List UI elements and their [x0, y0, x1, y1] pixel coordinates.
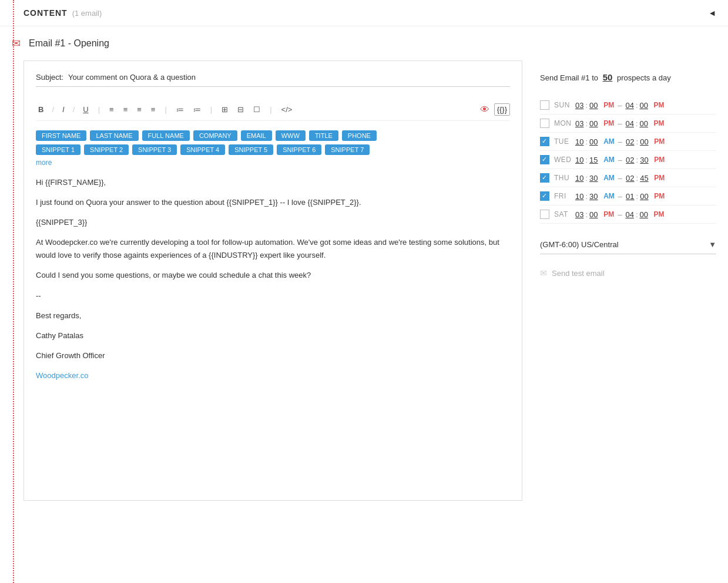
tag-last-name[interactable]: LAST NAME: [90, 130, 138, 141]
start-hour[interactable]: 03: [575, 101, 583, 110]
end-ampm[interactable]: PM: [654, 192, 665, 200]
collapse-button[interactable]: ◄: [708, 8, 716, 18]
start-hour[interactable]: 10: [575, 137, 583, 146]
code-button[interactable]: </>: [279, 104, 295, 115]
start-hour[interactable]: 10: [575, 174, 583, 183]
end-min[interactable]: 00: [640, 101, 648, 110]
day-label-sun: SUN: [554, 101, 575, 109]
end-min[interactable]: 30: [640, 156, 648, 164]
start-ampm[interactable]: AM: [603, 174, 615, 182]
align-right-button[interactable]: ≡: [135, 104, 144, 115]
start-ampm[interactable]: PM: [603, 101, 614, 109]
tag-email[interactable]: EMAIL: [241, 130, 272, 141]
subject-label: Subject:: [36, 73, 63, 82]
image-button[interactable]: ☐: [251, 104, 263, 115]
checkbox-sat[interactable]: [540, 210, 549, 219]
start-hour[interactable]: 03: [575, 119, 583, 128]
table-button[interactable]: ⊞: [219, 104, 230, 115]
end-hour[interactable]: 04: [625, 210, 633, 219]
align-center-button[interactable]: ≡: [121, 104, 130, 115]
tag-first-name[interactable]: FIRST NAME: [36, 130, 86, 141]
italic-button[interactable]: I: [60, 104, 67, 115]
start-ampm[interactable]: PM: [603, 210, 614, 218]
end-ampm[interactable]: PM: [654, 119, 665, 127]
body-line3: At Woodepcker.co we're currently develop…: [36, 236, 510, 262]
preview-icon[interactable]: 👁: [480, 105, 489, 115]
checkbox-fri[interactable]: [540, 191, 549, 201]
bold-button[interactable]: B: [36, 104, 46, 115]
align-justify-button[interactable]: ≡: [149, 104, 158, 115]
tag-full-name[interactable]: FULL NAME: [142, 130, 190, 141]
tag-www[interactable]: WWW: [276, 130, 306, 141]
column-button[interactable]: ⊟: [235, 104, 246, 115]
tag-title[interactable]: TITLE: [309, 130, 338, 141]
checkbox-mon[interactable]: [540, 119, 549, 128]
tag-snippet-7[interactable]: SNIPPET 7: [325, 144, 370, 155]
checkbox-thu[interactable]: [540, 173, 549, 183]
start-min[interactable]: 30: [589, 174, 598, 183]
tag-company[interactable]: COMPANY: [193, 130, 237, 141]
schedule-row-thu: THU 10 : 30 AM – 02 : 45 PM: [540, 169, 716, 187]
time-group-mon: 03 : 00 PM – 04 : 00 PM: [575, 119, 665, 128]
send-test-email[interactable]: ✉ Send test email: [540, 268, 716, 278]
tag-snippet-3[interactable]: SNIPPET 3: [132, 144, 177, 155]
end-min[interactable]: 00: [640, 119, 648, 128]
start-hour[interactable]: 10: [575, 192, 583, 201]
end-ampm[interactable]: PM: [654, 174, 665, 182]
unordered-list-button[interactable]: ≔: [191, 104, 203, 115]
end-hour[interactable]: 02: [626, 137, 634, 146]
editor-toolbar: B / I / U | ≡ ≡ ≡ ≡ | ≔ ≔ | ⊞ ⊟ ☐: [36, 99, 510, 121]
start-min[interactable]: 00: [589, 137, 598, 146]
end-ampm[interactable]: PM: [654, 101, 665, 109]
start-ampm[interactable]: AM: [603, 156, 615, 164]
timezone-selector[interactable]: (GMT-6:00) US/Central ▼: [540, 235, 716, 254]
company-link-anchor[interactable]: Woodpecker.co: [36, 371, 88, 380]
start-min[interactable]: 30: [589, 192, 598, 201]
tag-snippet-5[interactable]: SNIPPET 5: [229, 144, 273, 155]
tag-snippet-4[interactable]: SNIPPET 4: [180, 144, 225, 155]
end-hour[interactable]: 01: [626, 192, 634, 201]
regards: Best regards,: [36, 309, 510, 322]
send-number[interactable]: 50: [603, 72, 613, 82]
underline-button[interactable]: U: [80, 104, 90, 115]
start-min[interactable]: 00: [589, 119, 598, 128]
checkbox-wed[interactable]: [540, 155, 549, 164]
start-ampm[interactable]: AM: [603, 137, 615, 146]
start-hour[interactable]: 03: [575, 210, 583, 219]
start-ampm[interactable]: AM: [603, 192, 615, 200]
variables-icon[interactable]: {{}}: [494, 103, 510, 116]
end-min[interactable]: 00: [640, 137, 648, 146]
start-hour[interactable]: 10: [575, 156, 583, 164]
start-ampm[interactable]: PM: [603, 119, 614, 127]
end-hour[interactable]: 02: [626, 156, 634, 164]
align-left-button[interactable]: ≡: [107, 104, 116, 115]
checkbox-sun[interactable]: [540, 100, 549, 110]
start-min[interactable]: 00: [589, 101, 598, 110]
end-hour[interactable]: 04: [625, 119, 633, 128]
checkbox-tue[interactable]: [540, 137, 549, 146]
tag-snippet-6[interactable]: SNIPPET 6: [277, 144, 321, 155]
start-min[interactable]: 15: [589, 156, 598, 164]
subject-value[interactable]: Your comment on Quora & a question: [68, 73, 510, 82]
end-ampm[interactable]: PM: [654, 210, 665, 218]
schedule-row-tue: TUE 10 : 00 AM – 02 : 00 PM: [540, 133, 716, 151]
tag-snippet-1[interactable]: SNIPPET 1: [36, 144, 80, 155]
day-label-tue: TUE: [554, 137, 575, 146]
more-tags-link[interactable]: more: [36, 159, 510, 167]
end-min[interactable]: 45: [640, 174, 648, 183]
day-label-fri: FRI: [554, 192, 575, 200]
ordered-list-button[interactable]: ≔: [174, 104, 186, 115]
end-ampm[interactable]: PM: [654, 156, 665, 164]
tag-phone[interactable]: PHONE: [342, 130, 377, 141]
end-hour[interactable]: 04: [625, 101, 633, 110]
toolbar-right: 👁 {{}}: [480, 103, 510, 116]
tag-snippet-2[interactable]: SNIPPET 2: [84, 144, 129, 155]
end-min[interactable]: 00: [640, 192, 648, 201]
start-min[interactable]: 00: [589, 210, 598, 219]
header: CONTENT (1 email) ◄: [0, 0, 728, 26]
end-min[interactable]: 00: [640, 210, 648, 219]
end-ampm[interactable]: PM: [654, 137, 665, 146]
sep2: /: [73, 105, 75, 114]
company-link[interactable]: Woodpecker.co: [36, 369, 510, 382]
end-hour[interactable]: 02: [626, 174, 634, 183]
